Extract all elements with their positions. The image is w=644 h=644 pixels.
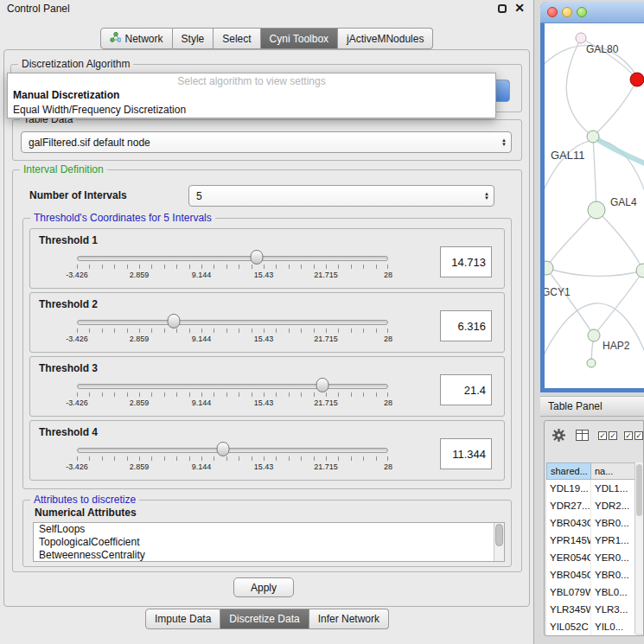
network-node-selected[interactable] — [630, 73, 644, 86]
tab-cyni-toolbox[interactable]: Cyni Toolbox — [261, 28, 338, 49]
column-header-name[interactable]: na... — [591, 462, 636, 480]
number-of-intervals-select[interactable]: 5 ▲▼ — [188, 185, 494, 207]
table-cell[interactable]: YLR3... — [591, 601, 636, 618]
table-cell[interactable]: YBL0... — [591, 583, 636, 601]
checkbox-icon[interactable]: ✓ — [634, 431, 643, 440]
top-tab-bar: Network Style Select Cyni Toolbox jActiv… — [0, 28, 533, 49]
threshold-panel-1: Threshold 1 -3.426 2.859 9.144 15.43 21.… — [29, 228, 505, 289]
list-scrollbar[interactable] — [494, 523, 504, 561]
column-header-shared-name[interactable]: shared... — [546, 462, 591, 480]
minimize-traffic-light-icon[interactable] — [562, 7, 572, 17]
table-row: YBR045CYBR0... — [546, 566, 636, 583]
close-traffic-light-icon[interactable] — [547, 7, 558, 17]
tab-discretize-data[interactable]: Discretize Data — [220, 609, 309, 629]
network-node-label: GAL80 — [586, 43, 619, 55]
window-controls: ✕ — [498, 3, 525, 13]
network-icon — [110, 32, 121, 45]
table-data-select[interactable]: galFiltered.sif default node ▲▼ — [21, 131, 512, 153]
list-item[interactable]: TopologicalCoefficient — [34, 536, 504, 549]
tab-select[interactable]: Select — [214, 28, 260, 49]
tick-label: 28 — [384, 271, 392, 279]
dropdown-item-manual-discretization[interactable]: Manual Discretization — [8, 88, 495, 103]
table-cell[interactable]: YDR27... — [546, 497, 591, 514]
table-cell[interactable]: YLR345W — [546, 601, 591, 618]
threshold-4-value-input[interactable] — [440, 438, 492, 469]
tab-infer-network[interactable]: Infer Network — [309, 609, 389, 629]
tick-label: 2.859 — [130, 462, 150, 471]
table-cell[interactable]: YBL079W — [546, 583, 591, 601]
table-data-value: galFiltered.sif default node — [29, 137, 150, 149]
table-cell[interactable]: YPR145W — [546, 532, 591, 549]
slider-track[interactable] — [77, 320, 388, 325]
tick-label: 2.859 — [130, 271, 150, 279]
network-node[interactable] — [576, 33, 586, 43]
network-node[interactable] — [588, 201, 605, 219]
slider-thumb[interactable] — [250, 250, 263, 265]
dropdown-hint: Select algorithm to view settings — [8, 73, 495, 88]
table-cell[interactable]: YIL052C — [546, 618, 591, 635]
slider-thumb[interactable] — [217, 442, 230, 456]
scrollbar-thumb[interactable] — [495, 524, 503, 546]
network-node-label: GAL4 — [610, 196, 637, 208]
network-node[interactable] — [588, 329, 600, 341]
float-window-icon[interactable] — [498, 4, 507, 13]
scrollbar-thumb[interactable] — [636, 464, 642, 516]
tab-jactivemnodules[interactable]: jActiveMNodules — [338, 28, 433, 49]
tick-label: 15.43 — [254, 335, 274, 343]
dropdown-item-equal-width[interactable]: Equal Width/Frequency Discretization — [8, 103, 495, 118]
table-cell[interactable]: YBR0... — [591, 514, 636, 532]
table-cell[interactable]: YDL1... — [591, 480, 636, 497]
network-node[interactable] — [545, 261, 553, 275]
slider-track[interactable] — [77, 384, 388, 389]
slider-track[interactable] — [77, 256, 388, 261]
table-cell[interactable]: YDL19... — [546, 480, 591, 497]
list-item[interactable]: BetweennessCentrality — [34, 549, 504, 562]
zoom-traffic-light-icon[interactable] — [577, 7, 587, 17]
slider-thumb[interactable] — [316, 378, 329, 392]
threshold-panel-2: Threshold 2 -3.426 2.859 9.144 15.43 21.… — [29, 292, 505, 353]
spinner-arrows-icon: ▲▼ — [484, 192, 489, 201]
list-item[interactable]: SelfLoops — [34, 523, 504, 536]
checkbox-icon[interactable]: ✓ — [598, 431, 607, 440]
threshold-1-value-input[interactable] — [440, 246, 492, 277]
table-cell[interactable]: YIL0... — [591, 618, 636, 635]
gear-icon[interactable] — [552, 428, 566, 445]
table-cell[interactable]: YER054C — [546, 549, 591, 566]
close-icon[interactable]: ✕ — [514, 3, 525, 13]
tab-network-label: Network — [125, 33, 163, 45]
slider-track[interactable] — [77, 448, 388, 453]
columns-icon[interactable] — [576, 430, 589, 441]
node-table: shared... na... YDL19...YDL1... YDR27...… — [546, 462, 636, 635]
tick-label: 21.715 — [314, 271, 338, 279]
table-row: YBL079WYBL0... — [546, 583, 636, 601]
network-canvas[interactable]: GAL80 GAL11 GAL4 GCY1 HAP2 — [545, 23, 644, 388]
tab-style[interactable]: Style — [173, 28, 214, 49]
table-cell[interactable]: YBR045C — [546, 566, 591, 583]
tick-label: 21.715 — [314, 399, 338, 407]
slider-thumb[interactable] — [167, 314, 180, 328]
network-node[interactable] — [587, 359, 596, 367]
table-cell[interactable]: YPR1... — [591, 532, 636, 549]
tick-label: 2.859 — [130, 335, 150, 343]
threshold-3-value-input[interactable] — [440, 374, 492, 405]
interval-definition-label: Interval Definition — [20, 163, 107, 175]
table-cell[interactable]: YBR043C — [546, 514, 591, 532]
network-window-titlebar[interactable] — [540, 2, 644, 23]
network-node[interactable] — [636, 264, 644, 277]
checkbox-icon[interactable]: ✓ — [624, 431, 633, 440]
table-cell[interactable]: YBR0... — [591, 566, 636, 583]
table-cell[interactable]: YER0... — [591, 549, 636, 566]
apply-button[interactable]: Apply — [233, 577, 294, 597]
network-node-label: HAP2 — [603, 340, 630, 352]
checkbox-icon[interactable]: ✓ — [609, 431, 617, 440]
table-cell[interactable]: YDR2... — [591, 497, 636, 514]
tick-label: -3.426 — [66, 399, 88, 407]
threshold-2-value-input[interactable] — [440, 310, 492, 341]
tab-impute-data[interactable]: Impute Data — [145, 609, 220, 629]
window-title: Control Panel — [7, 3, 70, 15]
spinner-arrows-icon: ▲▼ — [501, 138, 507, 147]
tab-network[interactable]: Network — [100, 28, 173, 49]
table-scrollbar[interactable] — [634, 462, 643, 634]
tick-label: 15.43 — [254, 271, 274, 279]
network-node[interactable] — [587, 131, 599, 143]
